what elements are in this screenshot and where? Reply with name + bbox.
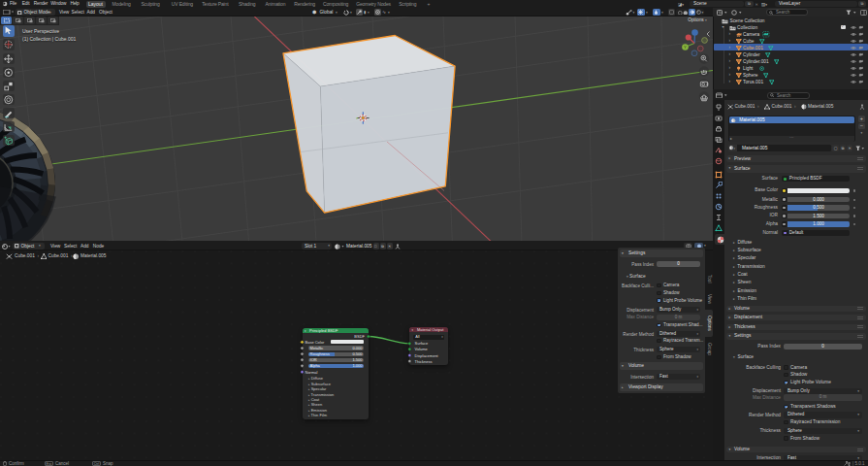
svg-text:Y: Y [684,45,687,50]
